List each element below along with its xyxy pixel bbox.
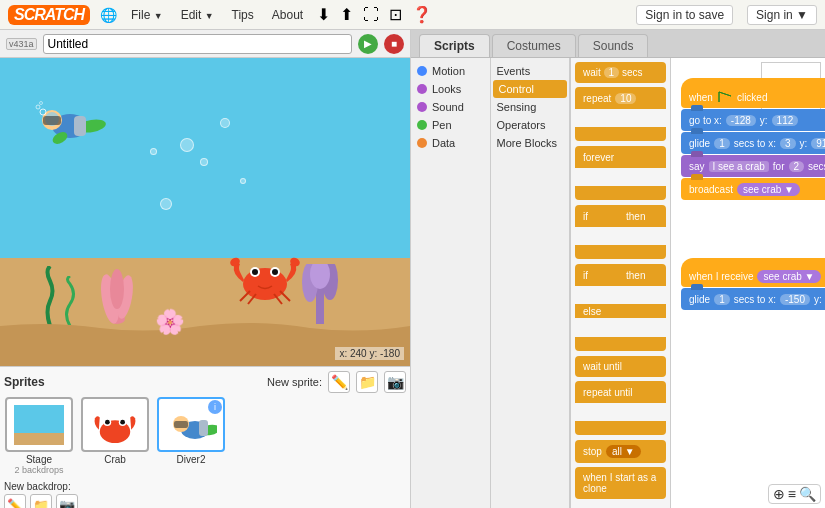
sign-in-button[interactable]: Sign in ▼ xyxy=(747,5,817,25)
block-glide2[interactable]: glide 1 secs to x: -150 y: -120 xyxy=(681,288,825,310)
shrink-icon[interactable]: ⊡ xyxy=(389,5,402,24)
svg-point-36 xyxy=(120,419,125,424)
fullscreen-icon[interactable]: ⛶ xyxy=(363,6,379,24)
category-more-blocks-label: More Blocks xyxy=(497,137,558,149)
block-broadcast[interactable]: broadcast see crab ▼ xyxy=(681,178,825,200)
category-sensing-label: Sensing xyxy=(497,101,537,113)
category-control[interactable]: Control xyxy=(493,80,568,98)
sprite-info-badge[interactable]: i xyxy=(208,400,222,414)
block-ifelse-group: if then else xyxy=(575,264,666,352)
sprite-item-diver2[interactable]: i Diver2 xyxy=(156,397,226,465)
block-wait[interactable]: wait 1 secs xyxy=(575,62,666,83)
block-else-body xyxy=(589,319,666,337)
block-when-clone[interactable]: when I start as a clone xyxy=(575,467,666,499)
tab-sounds[interactable]: Sounds xyxy=(578,34,649,57)
crab-sprite[interactable] xyxy=(230,246,300,306)
globe-icon[interactable]: 🌐 xyxy=(100,7,117,23)
block-when-clicked[interactable]: when clicked xyxy=(681,78,825,108)
menu-edit[interactable]: Edit ▼ xyxy=(177,6,218,24)
tab-scripts[interactable]: Scripts xyxy=(419,34,490,57)
block-repeat-until[interactable]: repeat until xyxy=(575,381,666,403)
svg-point-16 xyxy=(40,109,46,115)
diver-sprite[interactable] xyxy=(30,98,110,148)
bubble xyxy=(160,198,172,210)
category-motion-label: Motion xyxy=(432,65,465,77)
svg-marker-47 xyxy=(719,92,731,102)
svg-point-17 xyxy=(36,105,40,109)
block-say[interactable]: say I see a crab for 2 secs xyxy=(681,155,825,177)
bubble xyxy=(150,148,157,155)
new-sprite-camera-button[interactable]: 📷 xyxy=(384,371,406,393)
topbar-right: Sign in to save Sign in ▼ xyxy=(636,5,817,25)
zoom-controls: ⊕ ≡ 🔍 xyxy=(768,484,821,504)
block-glide1[interactable]: glide 1 secs to x: 3 y: 91 xyxy=(681,132,825,154)
block-wait-until[interactable]: wait until xyxy=(575,356,666,377)
new-sprite-upload-button[interactable]: 📁 xyxy=(356,371,378,393)
new-sprite-paint-button[interactable]: ✏️ xyxy=(328,371,350,393)
tabs: Scripts Costumes Sounds xyxy=(411,30,825,58)
block-repeat[interactable]: repeat 10 xyxy=(575,87,666,109)
zoom-in-button[interactable]: ⊕ xyxy=(773,487,785,501)
category-operators-label: Operators xyxy=(497,119,546,131)
category-data-label: Data xyxy=(432,137,455,149)
new-backdrop-upload-button[interactable]: 📁 xyxy=(30,494,52,508)
svg-line-26 xyxy=(240,291,250,301)
data-dot xyxy=(417,138,427,148)
new-backdrop-paint-button[interactable]: ✏️ xyxy=(4,494,26,508)
category-pen[interactable]: Pen xyxy=(411,116,490,134)
block-if-bottom xyxy=(575,245,666,259)
sprite-thumb-stage[interactable] xyxy=(5,397,73,452)
menu-file[interactable]: File ▼ xyxy=(127,6,167,24)
upload-icon[interactable]: ⬆ xyxy=(340,5,353,24)
block-goto[interactable]: go to x: -128 y: 112 xyxy=(681,109,825,131)
sign-in-save-button[interactable]: Sign in to save xyxy=(636,5,733,25)
green-flag-button[interactable]: ▶ xyxy=(358,34,378,54)
stage-coordinates: x: 240 y: -180 xyxy=(335,347,404,360)
block-repeat-body xyxy=(589,109,666,127)
block-stop[interactable]: stop all ▼ xyxy=(575,440,666,463)
version-tag: v431a xyxy=(6,38,37,50)
zoom-fit-button[interactable]: ≡ xyxy=(788,487,796,501)
block-repeat-until-bottom xyxy=(575,421,666,435)
category-sound[interactable]: Sound xyxy=(411,98,490,116)
category-pen-label: Pen xyxy=(432,119,452,131)
category-events[interactable]: Events xyxy=(491,62,570,80)
new-backdrop-camera-button[interactable]: 📷 xyxy=(56,494,78,508)
category-operators[interactable]: Operators xyxy=(491,116,570,134)
category-sensing[interactable]: Sensing xyxy=(491,98,570,116)
menu-about[interactable]: About xyxy=(268,6,307,24)
sprite-item-crab[interactable]: Crab xyxy=(80,397,150,465)
block-ifelse-bottom xyxy=(575,337,666,351)
stage-thumbnail xyxy=(14,405,64,445)
help-question-icon[interactable]: ❓ xyxy=(412,5,432,24)
stop-button[interactable]: ■ xyxy=(384,34,404,54)
script-group-1: when clicked go to x: -128 y: 112 glide … xyxy=(681,78,825,201)
block-if[interactable]: if then xyxy=(575,205,666,227)
stage-area: v431a ▶ ■ xyxy=(0,30,410,508)
project-name-input[interactable] xyxy=(43,34,352,54)
script-group-2: when I receive see crab ▼ glide 1 secs t… xyxy=(681,258,825,311)
category-data[interactable]: Data xyxy=(411,134,490,152)
download-icon[interactable]: ⬇ xyxy=(317,5,330,24)
sprite-item-stage[interactable]: Stage 2 backdrops xyxy=(4,397,74,475)
block-forever[interactable]: forever xyxy=(575,146,666,168)
category-more-blocks[interactable]: More Blocks xyxy=(491,134,570,152)
category-looks[interactable]: Looks xyxy=(411,80,490,98)
backdrop-icons: ✏️ 📁 📷 xyxy=(4,494,406,508)
sprite-thumb-diver2[interactable]: i xyxy=(157,397,225,452)
left-panel: Motion Looks Sound Pen xyxy=(411,58,571,508)
stage-toolbar: v431a ▶ ■ xyxy=(0,30,410,58)
svg-rect-12 xyxy=(43,116,61,125)
sprite-thumb-crab[interactable] xyxy=(81,397,149,452)
block-forever-bottom xyxy=(575,186,666,200)
sprites-list: Stage 2 backdrops Crab xyxy=(4,397,406,475)
category-motion[interactable]: Motion xyxy=(411,62,490,80)
sprite-icons: ✏️ 📁 📷 xyxy=(328,371,406,393)
menu-tips[interactable]: Tips xyxy=(228,6,258,24)
block-ifelse[interactable]: if then xyxy=(575,264,666,286)
tab-costumes[interactable]: Costumes xyxy=(492,34,576,57)
svg-point-19 xyxy=(243,268,287,300)
sprites-title: Sprites xyxy=(4,375,45,389)
block-when-receive[interactable]: when I receive see crab ▼ xyxy=(681,258,825,287)
zoom-out-button[interactable]: 🔍 xyxy=(799,487,816,501)
